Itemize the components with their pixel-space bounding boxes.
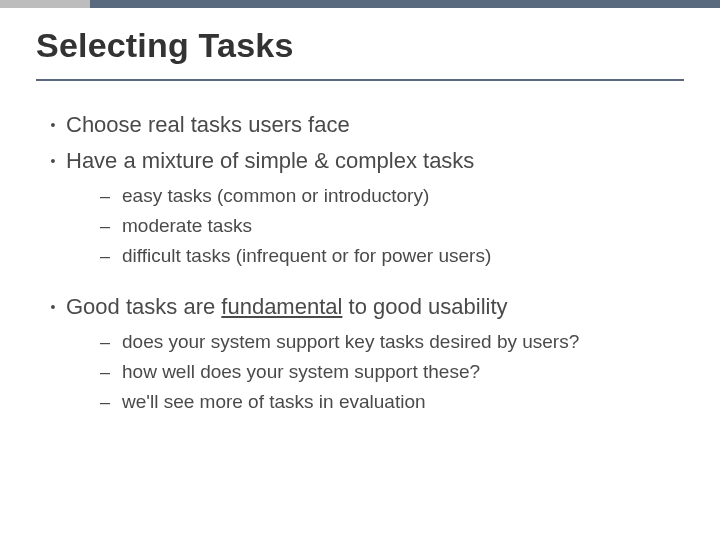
sub-item: – moderate tasks [100,213,680,239]
dash-icon: – [100,389,122,415]
top-accent-grey [0,0,90,8]
top-accent-blue [90,0,720,8]
sub-text: how well does your system support these? [122,359,480,385]
slide: Selecting Tasks • Choose real tasks user… [0,8,720,415]
bullet-icon: • [40,147,66,175]
sub-list: – easy tasks (common or introductory) – … [100,183,680,269]
dash-icon: – [100,243,122,269]
dash-icon: – [100,359,122,385]
bullet-text-before: Good tasks are [66,294,221,319]
sub-item: – difficult tasks (infrequent or for pow… [100,243,680,269]
sub-item: – how well does your system support thes… [100,359,680,385]
bullet-text-underlined: fundamental [221,294,342,319]
dash-icon: – [100,183,122,209]
sub-text: easy tasks (common or introductory) [122,183,429,209]
sub-text: we'll see more of tasks in evaluation [122,389,426,415]
dash-icon: – [100,213,122,239]
bullet-item: • Good tasks are fundamental to good usa… [40,293,680,321]
sub-item: – we'll see more of tasks in evaluation [100,389,680,415]
bullet-icon: • [40,111,66,139]
dash-icon: – [100,329,122,355]
sub-item: – does your system support key tasks des… [100,329,680,355]
bullet-text-after: to good usability [342,294,507,319]
sub-text: difficult tasks (infrequent or for power… [122,243,491,269]
bullet-text: Choose real tasks users face [66,111,350,139]
top-accent-bar [0,0,720,8]
slide-title: Selecting Tasks [36,26,684,81]
sub-item: – easy tasks (common or introductory) [100,183,680,209]
bullet-icon: • [40,293,66,321]
slide-content: • Choose real tasks users face • Have a … [36,81,684,415]
bullet-item: • Choose real tasks users face [40,111,680,139]
bullet-text: Good tasks are fundamental to good usabi… [66,293,508,321]
sub-list: – does your system support key tasks des… [100,329,680,415]
bullet-text: Have a mixture of simple & complex tasks [66,147,474,175]
sub-text: moderate tasks [122,213,252,239]
sub-text: does your system support key tasks desir… [122,329,579,355]
bullet-item: • Have a mixture of simple & complex tas… [40,147,680,175]
